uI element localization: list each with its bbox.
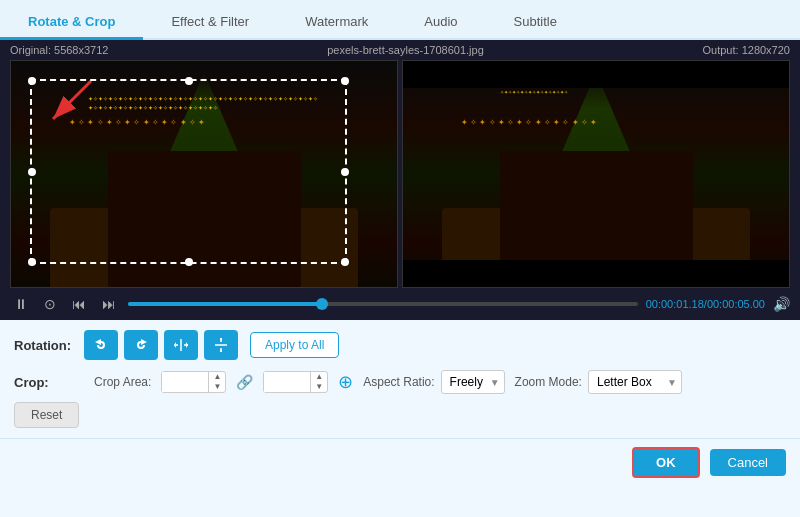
crop-height-up[interactable]: ▲ — [311, 372, 327, 382]
crop-height-arrows: ▲ ▼ — [310, 372, 327, 392]
next-frame-button[interactable]: ⏭ — [98, 294, 120, 314]
crop-area-label: Crop Area: — [94, 375, 151, 389]
crop-height-spinner: 3712 ▲ ▼ — [263, 371, 328, 393]
reset-row: Reset — [14, 402, 786, 428]
rotation-row: Rotation: Apply to All — [14, 330, 786, 360]
timeline-slider[interactable] — [128, 302, 638, 306]
timeline-track — [128, 302, 638, 306]
crop-width-arrows: ▲ ▼ — [208, 372, 225, 392]
current-time: 00:00:01.18 — [646, 298, 704, 310]
xmas-tree-bg-right: ✦✧✦✧✦✧✦✧✦✧✦✧✦✧✦✧✦✧✦✧✦✧✦✧✦✧✦✧✦✧✦✧✦✧✦✧✦✧✦✧… — [403, 61, 789, 287]
rotation-label: Rotation: — [14, 338, 84, 353]
crop-height-input[interactable]: 3712 — [264, 372, 310, 392]
prev-frame-button[interactable]: ⏮ — [68, 294, 90, 314]
flip-horizontal-button[interactable] — [164, 330, 198, 360]
aspect-ratio-select[interactable]: Freely 16:9 4:3 1:1 9:16 — [441, 370, 505, 394]
video-panel-preview: ✦✧✦✧✦✧✦✧✦✧✦✧✦✧✦✧✦✧✦✧✦✧✦✧✦✧✦✧✦✧✦✧✦✧✦✧✦✧✦✧… — [402, 60, 790, 288]
tab-rotate-crop[interactable]: Rotate & Crop — [0, 6, 143, 40]
time-display: 00:00:01.18/00:00:05.00 — [646, 298, 765, 310]
crop-label: Crop: — [14, 375, 84, 390]
volume-icon[interactable]: 🔊 — [773, 296, 790, 312]
tab-watermark[interactable]: Watermark — [277, 6, 396, 40]
controls-area: Rotation: Apply to All Crop: Crop Area: … — [0, 320, 800, 438]
zoom-mode-section: Zoom Mode: Letter Box Pan & Scan Full ▼ — [515, 370, 682, 394]
crop-width-spinner: 5568 ▲ ▼ — [161, 371, 226, 393]
original-size-label: Original: 5568x3712 — [10, 44, 108, 56]
video-area: Original: 5568x3712 pexels-brett-sayles-… — [0, 40, 800, 320]
xmas-tree-bg-left: ✦✧✦✧✦✧✦✧✦✧✦✧✦✧✦✧✦✧✦✧✦✧✦✧✦✧✦✧✦✧✦✧✦✧✦✧✦✧✦✧… — [11, 61, 397, 287]
flip-vertical-button[interactable] — [204, 330, 238, 360]
rotation-buttons: Apply to All — [84, 330, 339, 360]
rotate-left-button[interactable] — [84, 330, 118, 360]
output-size-label: Output: 1280x720 — [703, 44, 790, 56]
crop-width-down[interactable]: ▼ — [209, 382, 225, 392]
bottom-bar: OK Cancel — [0, 438, 800, 486]
lock-icon[interactable]: 🔗 — [236, 374, 253, 390]
zoom-mode-label: Zoom Mode: — [515, 375, 582, 389]
filename-label: pexels-brett-sayles-1708601.jpg — [327, 44, 484, 56]
reset-button[interactable]: Reset — [14, 402, 79, 428]
aspect-ratio-label: Aspect Ratio: — [363, 375, 434, 389]
video-panel-original: ✦✧✦✧✦✧✦✧✦✧✦✧✦✧✦✧✦✧✦✧✦✧✦✧✦✧✦✧✦✧✦✧✦✧✦✧✦✧✦✧… — [10, 60, 398, 288]
zoom-mode-select[interactable]: Letter Box Pan & Scan Full — [588, 370, 682, 394]
crop-row: Crop: Crop Area: 5568 ▲ ▼ 🔗 3712 ▲ ▼ ⊕ A… — [14, 370, 786, 394]
video-panels: ✦✧✦✧✦✧✦✧✦✧✦✧✦✧✦✧✦✧✦✧✦✧✦✧✦✧✦✧✦✧✦✧✦✧✦✧✦✧✦✧… — [0, 60, 800, 288]
video-info-bar: Original: 5568x3712 pexels-brett-sayles-… — [0, 40, 800, 60]
zoom-mode-select-wrap: Letter Box Pan & Scan Full ▼ — [588, 370, 682, 394]
tabs-bar: Rotate & Crop Effect & Filter Watermark … — [0, 0, 800, 40]
rotate-right-button[interactable] — [124, 330, 158, 360]
crop-height-down[interactable]: ▼ — [311, 382, 327, 392]
tab-audio[interactable]: Audio — [396, 6, 485, 40]
tab-effect-filter[interactable]: Effect & Filter — [143, 6, 277, 40]
play-pause-button[interactable]: ⏸ — [10, 294, 32, 314]
tab-subtitle[interactable]: Subtitle — [486, 6, 585, 40]
crop-width-up[interactable]: ▲ — [209, 372, 225, 382]
aspect-ratio-select-wrap: Freely 16:9 4:3 1:1 9:16 ▼ — [441, 370, 505, 394]
apply-to-all-button[interactable]: Apply to All — [250, 332, 339, 358]
cancel-button[interactable]: Cancel — [710, 449, 786, 476]
timeline-thumb[interactable] — [316, 298, 328, 310]
timeline-bar: ⏸ ⊙ ⏮ ⏭ 00:00:01.18/00:00:05.00 🔊 — [0, 288, 800, 320]
total-time: 00:00:05.00 — [707, 298, 765, 310]
center-icon[interactable]: ⊕ — [338, 371, 353, 393]
timeline-progress — [128, 302, 322, 306]
aspect-ratio-section: Aspect Ratio: Freely 16:9 4:3 1:1 9:16 ▼ — [363, 370, 504, 394]
ok-button[interactable]: OK — [632, 447, 700, 478]
loop-button[interactable]: ⊙ — [40, 294, 60, 314]
crop-width-input[interactable]: 5568 — [162, 372, 208, 392]
